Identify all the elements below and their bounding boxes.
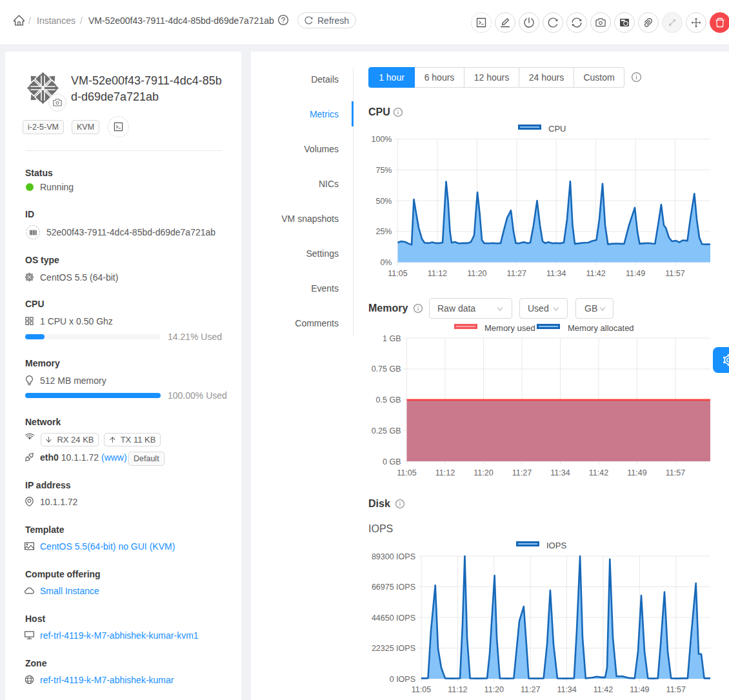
svg-text:11:12: 11:12	[448, 685, 467, 694]
svg-text:1 GB: 1 GB	[383, 334, 401, 343]
svg-text:11:49: 11:49	[627, 468, 646, 477]
svg-text:11:27: 11:27	[521, 685, 540, 694]
svg-text:11:27: 11:27	[512, 468, 532, 477]
svg-text:11:57: 11:57	[666, 685, 686, 694]
svg-text:11:20: 11:20	[474, 468, 493, 477]
svg-text:0 GB: 0 GB	[383, 457, 401, 466]
svg-text:11:20: 11:20	[467, 269, 486, 278]
svg-text:11:57: 11:57	[665, 269, 684, 278]
svg-text:0.5 GB: 0.5 GB	[376, 395, 401, 405]
svg-text:44650 IOPS: 44650 IOPS	[372, 614, 415, 623]
svg-text:66975 IOPS: 66975 IOPS	[372, 583, 415, 592]
svg-text:0 IOPS: 0 IOPS	[390, 675, 415, 684]
svg-text:11:42: 11:42	[586, 269, 605, 278]
svg-text:11:49: 11:49	[626, 269, 645, 278]
svg-text:100%: 100%	[372, 135, 392, 144]
svg-text:11:42: 11:42	[594, 685, 613, 694]
svg-text:25%: 25%	[375, 227, 392, 236]
svg-text:11:05: 11:05	[388, 269, 407, 278]
svg-text:11:34: 11:34	[546, 269, 566, 278]
svg-text:11:34: 11:34	[557, 685, 576, 694]
svg-text:11:12: 11:12	[428, 269, 447, 278]
svg-text:11:27: 11:27	[507, 269, 526, 278]
svg-text:50%: 50%	[375, 197, 392, 206]
svg-text:11:57: 11:57	[666, 468, 685, 477]
svg-text:75%: 75%	[375, 166, 392, 175]
svg-text:0%: 0%	[380, 258, 392, 267]
svg-text:11:05: 11:05	[397, 468, 416, 477]
svg-text:11:12: 11:12	[435, 468, 455, 477]
svg-text:22325 IOPS: 22325 IOPS	[372, 644, 415, 653]
svg-text:89300 IOPS: 89300 IOPS	[372, 552, 415, 561]
svg-text:0.75 GB: 0.75 GB	[372, 365, 401, 374]
svg-text:11:49: 11:49	[630, 685, 649, 694]
svg-text:11:05: 11:05	[412, 685, 431, 694]
svg-text:11:20: 11:20	[484, 685, 504, 694]
svg-text:0.25 GB: 0.25 GB	[372, 426, 401, 435]
svg-text:11:34: 11:34	[550, 468, 570, 477]
svg-text:11:42: 11:42	[589, 468, 608, 477]
